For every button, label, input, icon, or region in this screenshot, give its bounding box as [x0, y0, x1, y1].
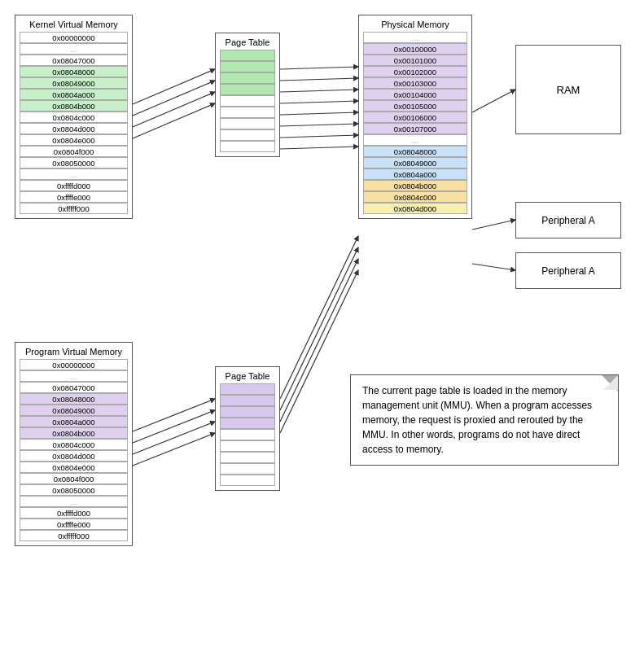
program-vm-cell: 0x08047000 [20, 382, 128, 393]
program-vm-cell: 0x00000000 [20, 359, 128, 370]
page-table-bottom-cell [220, 463, 275, 475]
svg-line-12 [472, 90, 515, 112]
page-table-top-cell [220, 107, 275, 118]
peripheral-a-top-label: Peripheral A [541, 215, 594, 226]
kernel-vm-cell: 0x00000000 [20, 32, 128, 43]
kernel-vm-cell: 0x0804c000 [20, 112, 128, 123]
peripheral-a-top-box: Peripheral A [515, 202, 621, 238]
program-vm-cell: 0x08049000 [20, 405, 128, 416]
physical-memory-cell: 0x08048000 [363, 146, 467, 157]
page-table-top-cells [220, 50, 275, 152]
physical-memory-cell: 0x00107000 [363, 123, 467, 134]
kernel-vm-cell: 0x0804e000 [20, 134, 128, 146]
page-table-top-cell [220, 84, 275, 95]
svg-line-17 [133, 422, 215, 454]
program-vm-cell: 0x0804c000 [20, 439, 128, 450]
kernel-vm-cell: 0x0804b000 [20, 100, 128, 112]
physical-memory-cell: 0x00101000 [363, 55, 467, 66]
svg-line-7 [280, 101, 358, 103]
svg-line-8 [280, 112, 358, 115]
note-text: The current page table is loaded in the … [362, 385, 592, 455]
peripheral-a-bottom-box: Peripheral A [515, 252, 621, 289]
page-table-bottom-cell [220, 475, 275, 486]
svg-line-11 [280, 147, 358, 149]
ram-box: RAM [515, 45, 621, 134]
program-vm-cell: 0x0804b000 [20, 427, 128, 439]
kernel-vm-cell: 0x08049000 [20, 77, 128, 89]
svg-line-14 [472, 264, 515, 270]
ram-label: RAM [557, 84, 580, 96]
kernel-vm-box: Kernel Virtual Memory 0x00000000...0x080… [15, 15, 133, 219]
svg-line-9 [280, 124, 358, 126]
program-vm-cell: 0x0804d000 [20, 450, 128, 462]
kernel-vm-cell: 0xffffd000 [20, 180, 128, 191]
svg-line-2 [133, 92, 215, 127]
physical-memory-cell: 0x00102000 [363, 66, 467, 77]
kernel-vm-cell: ... [20, 168, 128, 180]
page-table-top-cell [220, 118, 275, 129]
physical-memory-cell: 0x00105000 [363, 100, 467, 112]
physical-memory-cell: 0x0804b000 [363, 180, 467, 191]
page-table-bottom-cell [220, 395, 275, 406]
kernel-vm-title: Kernel Virtual Memory [20, 20, 128, 29]
kernel-vm-cell: ... [20, 43, 128, 55]
page-table-bottom-cell [220, 406, 275, 418]
page-table-top-cell [220, 61, 275, 72]
page-table-bottom-cell [220, 418, 275, 429]
kernel-vm-cell: 0x0804d000 [20, 123, 128, 134]
page-table-top-cell [220, 95, 275, 107]
svg-line-5 [280, 78, 358, 81]
svg-line-22 [280, 270, 358, 433]
kernel-vm-cells: 0x00000000...0x080470000x080480000x08049… [20, 32, 128, 214]
physical-memory-box: Physical Memory ...0x001000000x001010000… [358, 15, 472, 219]
diagram: Kernel Virtual Memory 0x00000000...0x080… [0, 0, 644, 652]
svg-line-1 [133, 81, 215, 116]
program-vm-title: Program Virtual Memory [20, 347, 128, 357]
svg-line-21 [280, 259, 358, 422]
svg-line-19 [280, 236, 358, 399]
page-table-top-cell [220, 129, 275, 141]
page-table-top-title: Page Table [220, 37, 275, 47]
page-table-bottom-box: Page Table [215, 366, 280, 491]
page-table-top-cell [220, 72, 275, 84]
physical-memory-cell: 0x00104000 [363, 89, 467, 100]
kernel-vm-cell: 0x08050000 [20, 157, 128, 168]
physical-memory-title: Physical Memory [363, 20, 467, 29]
program-vm-cell: 0x0804a000 [20, 416, 128, 427]
svg-line-18 [133, 433, 215, 466]
svg-line-6 [280, 90, 358, 92]
page-table-bottom-cell [220, 440, 275, 452]
program-vm-cell: 0x0804f000 [20, 473, 128, 484]
page-table-bottom-cell [220, 383, 275, 395]
program-vm-cell: 0x0804e000 [20, 462, 128, 473]
svg-line-15 [133, 399, 215, 431]
program-vm-cells: 0x00000000...0x080470000x080480000x08049… [20, 359, 128, 541]
page-table-top-cell [220, 50, 275, 61]
svg-line-20 [280, 247, 358, 410]
program-vm-cell: ... [20, 370, 128, 382]
program-vm-cell: 0x08050000 [20, 484, 128, 496]
page-table-bottom-cell [220, 452, 275, 463]
kernel-vm-cell: 0x0804a000 [20, 89, 128, 100]
physical-memory-cell: 0x08049000 [363, 157, 467, 168]
physical-memory-cell: ... [363, 32, 467, 43]
kernel-vm-cell: 0xfffff000 [20, 203, 128, 214]
svg-line-10 [280, 135, 358, 138]
program-vm-cell: 0xffffe000 [20, 519, 128, 530]
page-table-top-box: Page Table [215, 33, 280, 157]
program-vm-cell: ... [20, 496, 128, 507]
physical-memory-cell: 0x0804d000 [363, 203, 467, 214]
page-table-bottom-cells [220, 383, 275, 486]
note-box: The current page table is loaded in the … [350, 374, 619, 466]
kernel-vm-cell: 0x08047000 [20, 55, 128, 66]
page-table-bottom-cell [220, 429, 275, 440]
svg-line-0 [133, 69, 215, 104]
svg-line-13 [472, 220, 515, 230]
peripheral-a-bottom-label: Peripheral A [541, 265, 594, 277]
physical-memory-cells: ...0x001000000x001010000x001020000x00103… [363, 32, 467, 214]
physical-memory-cell: 0x00103000 [363, 77, 467, 89]
svg-line-16 [133, 410, 215, 443]
physical-memory-cell: ... [363, 134, 467, 146]
kernel-vm-cell: 0xffffe000 [20, 191, 128, 203]
svg-line-4 [280, 67, 358, 69]
